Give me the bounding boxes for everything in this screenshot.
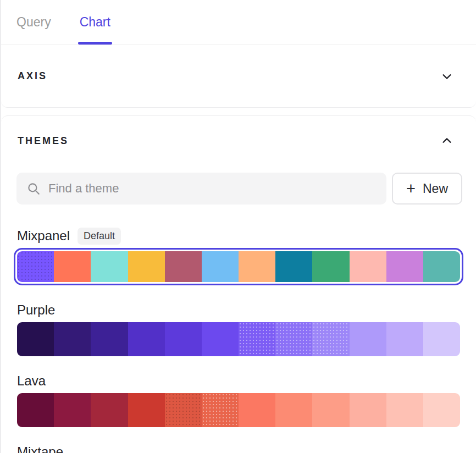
color-swatch [350,251,386,282]
theme-name: Purple [17,302,55,318]
color-swatch [386,322,423,356]
default-badge: Default [78,228,121,245]
swatch-strip [17,322,460,356]
color-swatch [312,393,349,427]
color-swatch [91,393,128,427]
search-input-wrapper[interactable] [16,173,386,205]
new-theme-button-label: New [423,181,448,196]
color-swatch [423,393,460,427]
theme-mixtape: Mixtape [17,444,460,453]
color-swatch [202,251,239,282]
new-theme-button[interactable]: + New [392,173,462,205]
color-swatch [91,322,128,356]
color-swatch [54,393,91,427]
theme-swatch-row[interactable] [17,393,460,427]
theme-name: Mixpanel [17,228,70,244]
plus-icon: + [406,181,416,197]
theme-swatch-row[interactable] [14,248,463,285]
color-swatch [165,393,202,427]
theme-swatch-row[interactable] [17,322,460,356]
axis-section-title: AXIS [18,70,47,82]
chart-settings-panel: Query Chart AXIS THEMES [0,0,476,453]
color-swatch [386,251,423,282]
color-swatch [91,251,128,282]
theme-label-row: Purple [17,302,460,318]
themes-section: THEMES + New MixpanelDefaultPurpleLavaMi… [1,115,476,453]
color-swatch [17,322,54,356]
color-swatch [54,322,91,356]
color-swatch [239,393,275,427]
swatch-strip [17,251,460,282]
theme-label-row: Lava [17,373,460,389]
color-swatch [275,322,312,356]
color-swatch [17,393,54,427]
color-swatch [128,322,165,356]
search-input[interactable] [48,181,377,196]
theme-purple: Purple [17,302,460,356]
theme-name: Lava [17,373,46,389]
color-swatch [386,393,423,427]
tab-chart-label: Chart [80,15,110,30]
theme-lava: Lava [17,373,460,427]
color-swatch [165,322,202,356]
theme-list: MixpanelDefaultPurpleLavaMixtape [1,228,476,453]
theme-name: Mixtape [17,444,63,453]
color-swatch [239,251,275,282]
color-swatch [165,251,202,282]
theme-label-row: MixpanelDefault [17,228,460,244]
chevron-down-icon[interactable] [441,70,453,82]
swatch-strip [17,393,460,427]
color-swatch [275,251,312,282]
active-tab-underline [78,42,112,45]
tab-query-label: Query [16,15,51,30]
color-swatch [312,251,349,282]
search-icon [26,181,41,196]
axis-section[interactable]: AXIS [1,45,476,108]
tab-query[interactable]: Query [16,0,51,45]
tab-bar: Query Chart [1,0,476,45]
themes-section-header[interactable]: THEMES [1,116,476,165]
color-swatch [54,251,91,282]
color-swatch [202,322,239,356]
themes-section-title: THEMES [18,135,69,147]
color-swatch [312,322,349,356]
color-swatch [350,322,386,356]
tab-chart[interactable]: Chart [80,0,110,45]
chevron-up-icon[interactable] [441,135,453,147]
color-swatch [423,322,460,356]
theme-label-row: Mixtape [17,444,460,453]
color-swatch [17,251,54,282]
color-swatch [239,322,275,356]
theme-search-row: + New [16,173,462,205]
color-swatch [128,251,165,282]
color-swatch [350,393,386,427]
color-swatch [275,393,312,427]
color-swatch [202,393,239,427]
theme-mixpanel: MixpanelDefault [17,228,460,285]
color-swatch [423,251,460,282]
color-swatch [128,393,165,427]
